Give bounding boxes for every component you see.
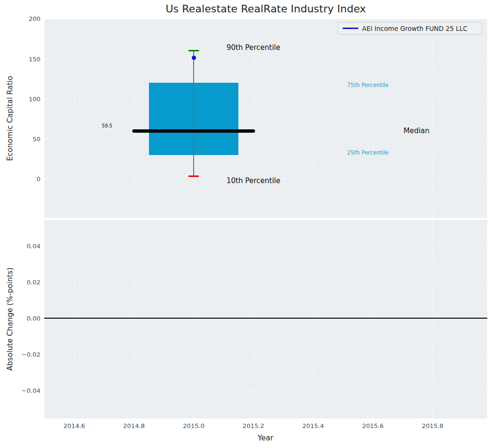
y-axis-label-bottom: Absolute Change (%-points) xyxy=(6,268,14,371)
whisker-line xyxy=(193,51,194,176)
x-tick-label: 2015.8 xyxy=(422,422,443,429)
y-tick-label: −0.02 xyxy=(21,351,40,358)
y-tick-label: 50 xyxy=(32,135,40,142)
x-tick-label: 2015.6 xyxy=(362,422,384,429)
gridline-y xyxy=(44,139,487,139)
gridline-x xyxy=(134,220,135,419)
x-axis-label: Year xyxy=(258,434,274,442)
x-tick-label: 2015.4 xyxy=(302,422,324,429)
gridline-y xyxy=(44,59,487,59)
gridline-y xyxy=(44,99,487,99)
p10-cap xyxy=(188,175,199,177)
x-tick-label: 2014.6 xyxy=(63,422,85,429)
p90-cap xyxy=(188,50,199,51)
x-tick-label: 2015.0 xyxy=(183,422,205,429)
gridline-x xyxy=(433,19,433,218)
gridline-y xyxy=(44,246,487,246)
axes-economic-capital-ratio: 20015010050090th Percentile10th Percenti… xyxy=(44,19,487,218)
gridline-x xyxy=(254,220,254,419)
x-tick-label: 2015.2 xyxy=(243,422,265,429)
y-tick-label: −0.04 xyxy=(21,387,40,394)
annotation-75th-percentile: 75th Percentile xyxy=(347,82,389,88)
y-tick-label: 150 xyxy=(29,55,40,62)
gridline-x xyxy=(373,220,374,419)
gridline-y xyxy=(44,390,487,391)
y-tick-label: 0.00 xyxy=(27,315,40,322)
gridline-x xyxy=(194,220,194,419)
gridline-x xyxy=(433,220,433,419)
gridline-x xyxy=(313,19,314,218)
legend: AEI Income Growth FUND 25 LLC xyxy=(338,22,482,35)
gridline-x xyxy=(74,19,75,218)
y-tick-label: 0.02 xyxy=(27,279,40,286)
legend-label: AEI Income Growth FUND 25 LLC xyxy=(362,25,468,32)
zero-line xyxy=(44,318,487,319)
y-tick-label: 0.04 xyxy=(27,243,40,250)
annotation-59-5: 59.5 xyxy=(102,123,112,128)
annotation-90th-percentile: 90th Percentile xyxy=(226,43,280,52)
legend-line-sample-icon xyxy=(343,28,358,29)
axes-absolute-change: 2014.62014.82015.02015.22015.42015.62015… xyxy=(44,220,487,419)
gridline-x xyxy=(313,220,314,419)
chart-figure: Us Realestate RealRate Industry Index 20… xyxy=(0,0,492,448)
y-tick-label: 0 xyxy=(37,175,40,183)
median-line xyxy=(132,129,255,133)
annotation-median: Median xyxy=(403,127,430,135)
y-axis-label-top: Economic Capital Ratio xyxy=(6,76,14,161)
y-tick-label: 100 xyxy=(29,95,40,102)
gridline-y xyxy=(44,282,487,282)
chart-title: Us Realestate RealRate Industry Index xyxy=(44,3,487,15)
fund-marker xyxy=(192,56,196,60)
gridline-y xyxy=(44,354,487,355)
gridline-x xyxy=(74,220,75,419)
annotation-10th-percentile: 10th Percentile xyxy=(226,176,280,185)
annotation-25th-percentile: 25th Percentile xyxy=(347,149,389,156)
gridline-x xyxy=(373,19,374,218)
gridline-x xyxy=(134,19,135,218)
x-tick-label: 2014.8 xyxy=(123,422,145,429)
y-tick-label: 200 xyxy=(29,15,40,22)
